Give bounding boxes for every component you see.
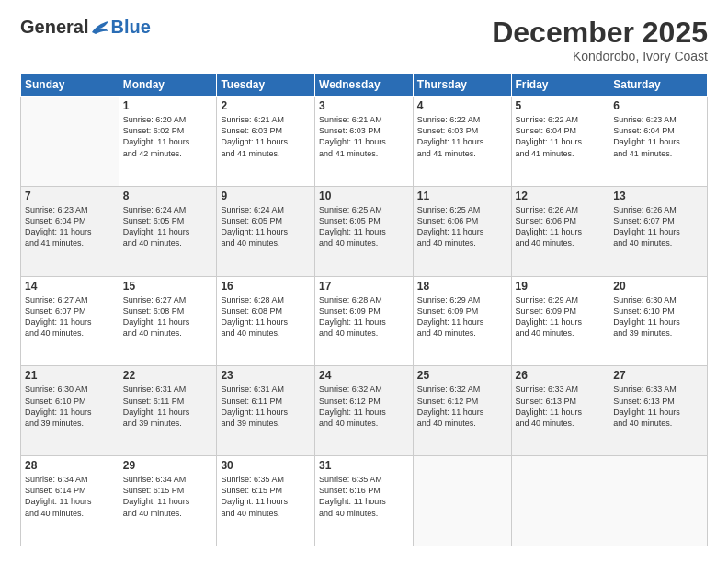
- day-info: Sunrise: 6:26 AM Sunset: 6:06 PM Dayligh…: [516, 204, 606, 249]
- table-row: 12Sunrise: 6:26 AM Sunset: 6:06 PM Dayli…: [511, 186, 609, 276]
- day-number: 10: [319, 190, 409, 202]
- table-row: 27Sunrise: 6:33 AM Sunset: 6:13 PM Dayli…: [609, 366, 708, 456]
- day-number: 1: [123, 99, 213, 112]
- day-info: Sunrise: 6:33 AM Sunset: 6:13 PM Dayligh…: [516, 384, 606, 429]
- header-monday: Monday: [119, 74, 217, 97]
- day-info: Sunrise: 6:24 AM Sunset: 6:05 PM Dayligh…: [123, 204, 213, 249]
- day-number: 26: [516, 369, 606, 382]
- calendar-week-row: 1Sunrise: 6:20 AM Sunset: 6:02 PM Daylig…: [21, 97, 708, 187]
- day-info: Sunrise: 6:20 AM Sunset: 6:02 PM Dayligh…: [123, 114, 213, 159]
- day-number: 27: [613, 369, 703, 382]
- table-row: 16Sunrise: 6:28 AM Sunset: 6:08 PM Dayli…: [217, 276, 315, 366]
- day-number: 17: [319, 280, 409, 293]
- table-row: 14Sunrise: 6:27 AM Sunset: 6:07 PM Dayli…: [21, 276, 119, 366]
- header-friday: Friday: [511, 74, 609, 97]
- table-row: 21Sunrise: 6:30 AM Sunset: 6:10 PM Dayli…: [21, 366, 119, 456]
- day-number: 20: [613, 280, 703, 293]
- table-row: 13Sunrise: 6:26 AM Sunset: 6:07 PM Dayli…: [609, 186, 708, 276]
- table-row: [511, 456, 609, 546]
- day-info: Sunrise: 6:29 AM Sunset: 6:09 PM Dayligh…: [516, 294, 606, 339]
- day-number: 2: [221, 99, 311, 112]
- table-row: 24Sunrise: 6:32 AM Sunset: 6:12 PM Dayli…: [315, 366, 414, 456]
- calendar-week-row: 28Sunrise: 6:34 AM Sunset: 6:14 PM Dayli…: [21, 456, 708, 546]
- day-info: Sunrise: 6:34 AM Sunset: 6:15 PM Dayligh…: [123, 474, 213, 519]
- day-info: Sunrise: 6:28 AM Sunset: 6:08 PM Dayligh…: [221, 294, 311, 339]
- table-row: 31Sunrise: 6:35 AM Sunset: 6:16 PM Dayli…: [315, 456, 414, 546]
- table-row: 19Sunrise: 6:29 AM Sunset: 6:09 PM Dayli…: [511, 276, 609, 366]
- header-sunday: Sunday: [21, 74, 119, 97]
- table-row: 10Sunrise: 6:25 AM Sunset: 6:05 PM Dayli…: [315, 186, 414, 276]
- day-info: Sunrise: 6:23 AM Sunset: 6:04 PM Dayligh…: [25, 204, 115, 249]
- day-info: Sunrise: 6:25 AM Sunset: 6:06 PM Dayligh…: [417, 204, 507, 249]
- logo: General Blue: [20, 17, 151, 38]
- day-number: 5: [516, 99, 606, 112]
- table-row: [21, 97, 119, 187]
- title-block: December 2025 Kondorobo, Ivory Coast: [492, 17, 708, 63]
- day-number: 25: [417, 369, 507, 382]
- header-thursday: Thursday: [413, 74, 511, 97]
- logo-bird-icon: [90, 19, 110, 36]
- page: General Blue December 2025 Kondorobo, Iv…: [0, 0, 728, 563]
- day-number: 29: [123, 459, 213, 472]
- header-wednesday: Wednesday: [315, 74, 414, 97]
- location-subtitle: Kondorobo, Ivory Coast: [492, 49, 708, 63]
- table-row: [609, 456, 708, 546]
- table-row: 7Sunrise: 6:23 AM Sunset: 6:04 PM Daylig…: [21, 186, 119, 276]
- day-number: 18: [417, 280, 507, 293]
- day-number: 24: [319, 369, 409, 382]
- day-number: 28: [25, 459, 115, 472]
- day-number: 3: [319, 99, 409, 112]
- table-row: 8Sunrise: 6:24 AM Sunset: 6:05 PM Daylig…: [119, 186, 217, 276]
- day-number: 7: [25, 190, 115, 202]
- day-number: 4: [417, 99, 507, 112]
- logo-blue-text: Blue: [110, 17, 150, 38]
- day-number: 15: [123, 280, 213, 293]
- day-info: Sunrise: 6:30 AM Sunset: 6:10 PM Dayligh…: [25, 384, 115, 429]
- table-row: 23Sunrise: 6:31 AM Sunset: 6:11 PM Dayli…: [217, 366, 315, 456]
- day-number: 8: [123, 190, 213, 202]
- table-row: 28Sunrise: 6:34 AM Sunset: 6:14 PM Dayli…: [21, 456, 119, 546]
- table-row: 4Sunrise: 6:22 AM Sunset: 6:03 PM Daylig…: [413, 97, 511, 187]
- calendar-week-row: 21Sunrise: 6:30 AM Sunset: 6:10 PM Dayli…: [21, 366, 708, 456]
- day-info: Sunrise: 6:27 AM Sunset: 6:08 PM Dayligh…: [123, 294, 213, 339]
- day-info: Sunrise: 6:25 AM Sunset: 6:05 PM Dayligh…: [319, 204, 409, 249]
- table-row: 6Sunrise: 6:23 AM Sunset: 6:04 PM Daylig…: [609, 97, 708, 187]
- day-info: Sunrise: 6:27 AM Sunset: 6:07 PM Dayligh…: [25, 294, 115, 339]
- table-row: [413, 456, 511, 546]
- table-row: 5Sunrise: 6:22 AM Sunset: 6:04 PM Daylig…: [511, 97, 609, 187]
- day-info: Sunrise: 6:29 AM Sunset: 6:09 PM Dayligh…: [417, 294, 507, 339]
- header-saturday: Saturday: [609, 74, 708, 97]
- day-number: 23: [221, 369, 311, 382]
- day-number: 30: [221, 459, 311, 472]
- day-number: 14: [25, 280, 115, 293]
- day-number: 31: [319, 459, 409, 472]
- day-info: Sunrise: 6:26 AM Sunset: 6:07 PM Dayligh…: [613, 204, 703, 249]
- day-info: Sunrise: 6:24 AM Sunset: 6:05 PM Dayligh…: [221, 204, 311, 249]
- day-info: Sunrise: 6:32 AM Sunset: 6:12 PM Dayligh…: [417, 384, 507, 429]
- day-number: 16: [221, 280, 311, 293]
- day-info: Sunrise: 6:22 AM Sunset: 6:03 PM Dayligh…: [417, 114, 507, 159]
- day-number: 6: [613, 99, 703, 112]
- table-row: 22Sunrise: 6:31 AM Sunset: 6:11 PM Dayli…: [119, 366, 217, 456]
- day-info: Sunrise: 6:32 AM Sunset: 6:12 PM Dayligh…: [319, 384, 409, 429]
- day-number: 9: [221, 190, 311, 202]
- day-info: Sunrise: 6:34 AM Sunset: 6:14 PM Dayligh…: [25, 474, 115, 519]
- logo-general-text: General: [20, 17, 88, 38]
- day-info: Sunrise: 6:22 AM Sunset: 6:04 PM Dayligh…: [516, 114, 606, 159]
- table-row: 29Sunrise: 6:34 AM Sunset: 6:15 PM Dayli…: [119, 456, 217, 546]
- day-number: 13: [613, 190, 703, 202]
- day-info: Sunrise: 6:21 AM Sunset: 6:03 PM Dayligh…: [221, 114, 311, 159]
- day-info: Sunrise: 6:35 AM Sunset: 6:15 PM Dayligh…: [221, 474, 311, 519]
- day-info: Sunrise: 6:31 AM Sunset: 6:11 PM Dayligh…: [123, 384, 213, 429]
- table-row: 20Sunrise: 6:30 AM Sunset: 6:10 PM Dayli…: [609, 276, 708, 366]
- calendar-header-row: Sunday Monday Tuesday Wednesday Thursday…: [21, 74, 708, 97]
- calendar-week-row: 14Sunrise: 6:27 AM Sunset: 6:07 PM Dayli…: [21, 276, 708, 366]
- day-info: Sunrise: 6:28 AM Sunset: 6:09 PM Dayligh…: [319, 294, 409, 339]
- day-number: 21: [25, 369, 115, 382]
- table-row: 18Sunrise: 6:29 AM Sunset: 6:09 PM Dayli…: [413, 276, 511, 366]
- day-info: Sunrise: 6:33 AM Sunset: 6:13 PM Dayligh…: [613, 384, 703, 429]
- table-row: 11Sunrise: 6:25 AM Sunset: 6:06 PM Dayli…: [413, 186, 511, 276]
- table-row: 1Sunrise: 6:20 AM Sunset: 6:02 PM Daylig…: [119, 97, 217, 187]
- day-number: 12: [516, 190, 606, 202]
- day-number: 11: [417, 190, 507, 202]
